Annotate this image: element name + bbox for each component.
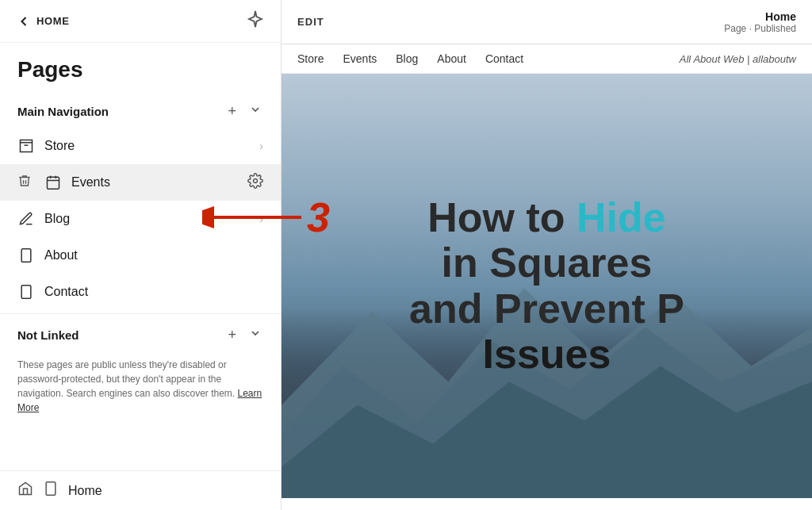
preview-hero: How to Hide in Squares and Prevent P Iss… [282,74,812,498]
sparkle-icon[interactable] [246,10,265,33]
page-name: Home [724,10,796,23]
svg-rect-6 [21,286,31,299]
preview-nav-blog[interactable]: Blog [396,52,418,65]
hero-line2: in Squares [409,240,684,286]
about-label: About [44,248,78,263]
about-icon [17,247,35,264]
events-icon [44,174,62,191]
add-not-linked-button[interactable]: + [226,325,238,345]
preview-nav-about[interactable]: About [437,52,466,65]
hero-text: How to Hide in Squares and Prevent P Iss… [393,179,700,393]
not-linked-header: Not Linked + [0,314,281,351]
events-label: Events [71,175,110,190]
svg-rect-5 [21,249,31,263]
preview-nav-store[interactable]: Store [297,52,324,65]
not-linked-label: Not Linked [17,328,79,342]
edit-label: EDIT [297,16,324,28]
nav-item-contact[interactable]: Contact [0,274,281,310]
store-chevron-icon: › [259,140,263,152]
collapse-nav-button[interactable] [247,102,263,121]
page-title: Pages [0,43,281,90]
sparkle-svg [246,10,265,29]
blog-chevron-icon: › [259,213,263,225]
contact-label: Contact [44,285,88,299]
sidebar-header: HOME [0,0,281,43]
page-status: Page · Published [724,23,796,34]
blog-label: Blog [44,212,70,226]
svg-rect-7 [46,482,56,496]
add-nav-item-button[interactable]: + [226,102,238,121]
not-linked-description: These pages are public unless they're di… [0,351,281,420]
sidebar: HOME Pages Main Navigation + [0,0,282,510]
preview-nav-contact[interactable]: Contact [485,52,523,65]
blog-icon [17,210,35,228]
chevron-down-icon [249,103,262,116]
contact-icon [17,283,35,301]
nav-item-blog[interactable]: Blog › [0,201,281,237]
events-gear-icon[interactable] [247,173,263,193]
sidebar-footer: Home [0,470,281,510]
back-label: HOME [36,15,70,27]
toolbar: EDIT Home Page · Published [282,0,812,44]
toolbar-right: Home Page · Published [724,10,796,34]
preview-nav-links: Store Events Blog About Contact [297,52,523,65]
preview-nav: Store Events Blog About Contact All Abou… [282,44,812,74]
nav-item-about[interactable]: About [0,237,281,274]
delete-events-icon[interactable] [17,174,32,191]
store-label: Store [44,139,75,153]
hero-highlight: Hide [576,194,666,240]
chevron-down-not-linked-icon [249,327,262,339]
nav-item-store[interactable]: Store › [0,128,281,164]
hero-line1: How to Hide [409,195,684,240]
main-area: EDIT Home Page · Published Store Events … [282,0,812,510]
svg-rect-0 [48,177,59,189]
not-linked-section: Not Linked + These pages are public unle… [0,313,281,428]
footer-page-icon [43,481,59,500]
collapse-not-linked-button[interactable] [247,325,263,345]
store-icon [17,137,35,155]
footer-home-label[interactable]: Home [68,484,102,498]
hero-line3: and Prevent P [409,286,684,332]
chevron-left-icon [16,13,32,29]
preview-nav-events[interactable]: Events [343,52,377,65]
main-nav-actions: + [226,102,263,121]
nav-item-events[interactable]: Events [0,164,281,201]
toolbar-left: EDIT [297,16,324,28]
preview-area: Store Events Blog About Contact All Abou… [282,44,812,510]
home-icon [17,481,33,500]
main-nav-section-header: Main Navigation + [0,90,281,128]
preview-site-name: All About Web | allaboutw [680,53,796,65]
nav-items-list: Store › [0,128,281,470]
main-nav-label: Main Navigation [17,105,109,118]
back-button[interactable]: HOME [16,13,70,29]
hero-line4: Issues [409,332,684,377]
svg-point-4 [254,178,258,182]
